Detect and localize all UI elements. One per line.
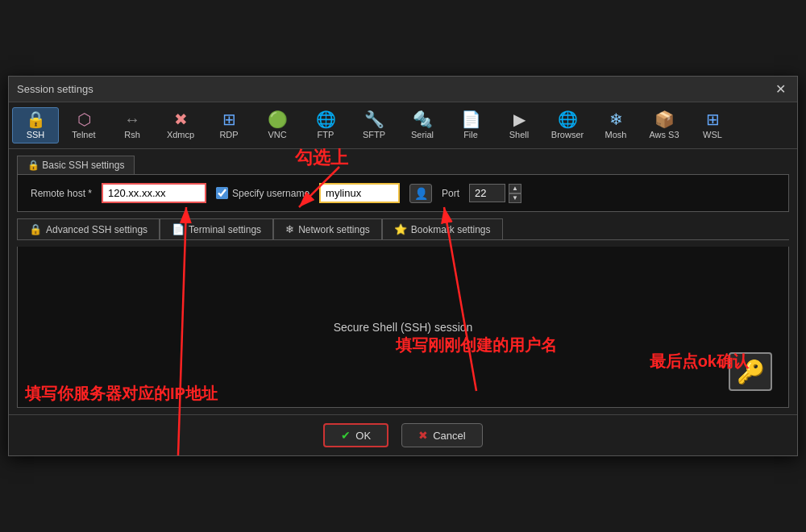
toolbar-label-vnc: VNC bbox=[268, 130, 286, 139]
basic-tab-label: Basic SSH settings bbox=[42, 160, 124, 171]
cancel-icon: ✖ bbox=[418, 429, 428, 442]
rsh-icon: ↔ bbox=[124, 111, 140, 127]
basic-ssh-tab[interactable]: 🔒 Basic SSH settings bbox=[17, 156, 135, 174]
user-icon: 👤 bbox=[414, 187, 428, 200]
content-area: 勾选上 🔒 Basic SSH settings bbox=[9, 149, 797, 414]
tab-network[interactable]: ❄ Network settings bbox=[273, 218, 382, 239]
tab-terminal-label: Terminal settings bbox=[189, 224, 261, 235]
toolbar-item-telnet[interactable]: ⬡ Telnet bbox=[60, 107, 107, 143]
awss3-icon: 📦 bbox=[654, 111, 675, 127]
serial-icon: 🔩 bbox=[413, 111, 433, 127]
toolbar-item-browser[interactable]: 🌐 Browser bbox=[544, 107, 591, 143]
toolbar-item-ssh[interactable]: 🔒 SSH bbox=[12, 107, 59, 143]
close-button[interactable]: ✕ bbox=[772, 81, 789, 97]
toolbar-label-rsh: Rsh bbox=[124, 130, 140, 139]
basic-settings-section: 🔒 Basic SSH settings Remote host * Speci… bbox=[17, 156, 789, 212]
toolbar-item-ftp[interactable]: 🌐 FTP bbox=[302, 107, 349, 143]
toolbar-label-file: File bbox=[463, 130, 478, 139]
cancel-button[interactable]: ✖ Cancel bbox=[401, 423, 482, 447]
toolbar-item-shell[interactable]: ▶ Shell bbox=[496, 107, 542, 143]
tab-advanced-ssh[interactable]: 🔒 Advanced SSH settings bbox=[17, 218, 160, 239]
toolbar-item-file[interactable]: 📄 File bbox=[447, 107, 494, 143]
tab-bookmark-label: Bookmark settings bbox=[411, 224, 491, 235]
spin-buttons: ▲ ▼ bbox=[509, 184, 521, 203]
terminal-tab-icon: 📄 bbox=[172, 223, 185, 235]
ok-label: OK bbox=[355, 430, 371, 442]
key-icon-box: 🔑 bbox=[729, 352, 772, 391]
key-icon: 🔑 bbox=[737, 359, 765, 385]
specify-username-area: Specify username bbox=[216, 187, 310, 199]
remote-host-input[interactable] bbox=[102, 183, 206, 203]
toolbar-item-vnc[interactable]: 🟢 VNC bbox=[254, 107, 301, 143]
rdp-icon: ⊞ bbox=[222, 111, 236, 127]
port-input[interactable] bbox=[469, 184, 505, 202]
toolbar: 🔒 SSH ⬡ Telnet ↔ Rsh ✖ Xdmcp ⊞ RDP 🟢 VNC… bbox=[9, 102, 797, 149]
bookmark-tab-icon: ⭐ bbox=[394, 223, 407, 235]
specify-username-checkbox[interactable] bbox=[216, 187, 228, 199]
session-settings-window: Session settings ✕ 🔒 SSH ⬡ Telnet ↔ Rsh … bbox=[8, 76, 798, 456]
toolbar-item-xdmcp[interactable]: ✖ Xdmcp bbox=[157, 107, 204, 143]
toolbar-item-awss3[interactable]: 📦 Aws S3 bbox=[641, 107, 688, 143]
main-panel-description: Secure Shell (SSH) session bbox=[334, 321, 473, 334]
tab-bookmark[interactable]: ⭐ Bookmark settings bbox=[382, 218, 503, 239]
ok-button[interactable]: ✔ OK bbox=[323, 423, 388, 447]
shell-icon: ▶ bbox=[513, 111, 526, 127]
remote-host-label: Remote host * bbox=[31, 188, 92, 199]
port-label: Port bbox=[442, 188, 459, 199]
toolbar-item-wsl[interactable]: ⊞ WSL bbox=[689, 107, 736, 143]
bottom-bar: ✔ OK ✖ Cancel bbox=[9, 414, 797, 455]
toolbar-label-wsl: WSL bbox=[703, 130, 722, 139]
window-title: Session settings bbox=[17, 83, 93, 95]
spin-down-button[interactable]: ▼ bbox=[509, 193, 521, 203]
mosh-icon: ❄ bbox=[609, 111, 623, 127]
toolbar-label-ssh: SSH bbox=[27, 130, 45, 139]
port-spinner: ▲ ▼ bbox=[469, 184, 521, 203]
toolbar-item-rsh[interactable]: ↔ Rsh bbox=[109, 107, 156, 143]
tab-advanced-label: Advanced SSH settings bbox=[46, 224, 147, 235]
lower-tabs: 🔒 Advanced SSH settings 📄 Terminal setti… bbox=[17, 218, 789, 240]
main-panel: Secure Shell (SSH) session 🔑 bbox=[17, 247, 789, 408]
basic-tab-icon: 🔒 bbox=[27, 160, 42, 171]
toolbar-label-ftp: FTP bbox=[318, 130, 334, 139]
toolbar-item-sftp[interactable]: 🔧 SFTP bbox=[351, 107, 397, 143]
basic-settings-box: Remote host * Specify username 👤 Port ▲ … bbox=[17, 174, 789, 212]
ok-icon: ✔ bbox=[341, 429, 351, 442]
file-icon: 📄 bbox=[461, 111, 481, 127]
network-tab-icon: ❄ bbox=[285, 223, 294, 235]
username-input[interactable] bbox=[319, 183, 400, 203]
sftp-icon: 🔧 bbox=[364, 111, 384, 127]
tab-terminal[interactable]: 📄 Terminal settings bbox=[160, 218, 273, 239]
toolbar-item-mosh[interactable]: ❄ Mosh bbox=[592, 107, 639, 143]
user-icon-button[interactable]: 👤 bbox=[409, 184, 432, 203]
advanced-tab-icon: 🔒 bbox=[29, 223, 42, 235]
wsl-icon: ⊞ bbox=[706, 111, 720, 127]
toolbar-label-xdmcp: Xdmcp bbox=[167, 130, 194, 139]
basic-tab-bar: 🔒 Basic SSH settings bbox=[17, 156, 789, 174]
toolbar-label-awss3: Aws S3 bbox=[649, 130, 679, 139]
toolbar-label-browser: Browser bbox=[551, 130, 584, 139]
toolbar-item-serial[interactable]: 🔩 Serial bbox=[399, 107, 446, 143]
telnet-icon: ⬡ bbox=[77, 111, 91, 127]
ftp-icon: 🌐 bbox=[316, 111, 336, 127]
toolbar-label-mosh: Mosh bbox=[605, 130, 627, 139]
toolbar-label-rdp: RDP bbox=[219, 130, 238, 139]
ssh-icon: 🔒 bbox=[26, 111, 46, 127]
title-bar: Session settings ✕ bbox=[9, 77, 797, 102]
toolbar-label-serial: Serial bbox=[411, 130, 434, 139]
toolbar-label-sftp: SFTP bbox=[363, 130, 385, 139]
vnc-icon: 🟢 bbox=[268, 111, 288, 127]
toolbar-label-telnet: Telnet bbox=[72, 130, 95, 139]
browser-icon: 🌐 bbox=[558, 111, 578, 127]
toolbar-label-shell: Shell bbox=[509, 130, 529, 139]
spin-up-button[interactable]: ▲ bbox=[509, 184, 521, 193]
xdmcp-icon: ✖ bbox=[174, 111, 188, 127]
tab-network-label: Network settings bbox=[298, 224, 370, 235]
cancel-label: Cancel bbox=[433, 430, 465, 442]
specify-username-label: Specify username bbox=[232, 188, 310, 199]
toolbar-item-rdp[interactable]: ⊞ RDP bbox=[206, 107, 252, 143]
